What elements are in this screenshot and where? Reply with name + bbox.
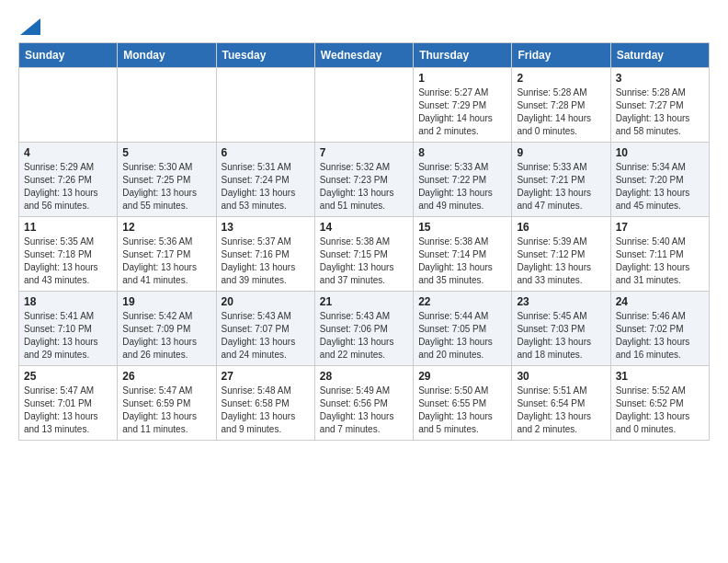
calendar-cell: 6Sunrise: 5:31 AM Sunset: 7:24 PM Daylig…: [216, 143, 314, 217]
day-number: 27: [222, 370, 310, 383]
day-number: 14: [320, 221, 408, 234]
day-number: 25: [24, 370, 112, 383]
day-number: 18: [24, 295, 112, 308]
calendar-cell: 5Sunrise: 5:30 AM Sunset: 7:25 PM Daylig…: [118, 143, 216, 217]
day-detail: Sunrise: 5:45 AM Sunset: 7:03 PM Dayligh…: [517, 310, 605, 362]
weekday-header-row: SundayMondayTuesdayWednesdayThursdayFrid…: [19, 43, 710, 68]
day-number: 12: [122, 221, 210, 234]
calendar-cell: 2Sunrise: 5:28 AM Sunset: 7:28 PM Daylig…: [512, 68, 610, 143]
calendar-week-4: 18Sunrise: 5:41 AM Sunset: 7:10 PM Dayli…: [19, 292, 710, 366]
day-number: 29: [418, 370, 506, 383]
day-detail: Sunrise: 5:37 AM Sunset: 7:16 PM Dayligh…: [222, 236, 310, 287]
calendar-cell: 16Sunrise: 5:39 AM Sunset: 7:12 PM Dayli…: [512, 217, 610, 292]
weekday-header-sunday: Sunday: [19, 43, 118, 68]
day-number: 19: [122, 295, 210, 308]
calendar-cell: 8Sunrise: 5:33 AM Sunset: 7:22 PM Daylig…: [414, 143, 512, 217]
day-detail: Sunrise: 5:36 AM Sunset: 7:17 PM Dayligh…: [122, 236, 210, 287]
calendar-cell: 27Sunrise: 5:48 AM Sunset: 6:58 PM Dayli…: [216, 366, 314, 441]
day-detail: Sunrise: 5:48 AM Sunset: 6:58 PM Dayligh…: [222, 385, 310, 436]
day-detail: Sunrise: 5:41 AM Sunset: 7:10 PM Dayligh…: [24, 310, 112, 362]
calendar-cell: 24Sunrise: 5:46 AM Sunset: 7:02 PM Dayli…: [610, 292, 709, 366]
day-detail: Sunrise: 5:31 AM Sunset: 7:24 PM Dayligh…: [222, 161, 310, 213]
day-number: 5: [122, 146, 210, 159]
calendar-cell: [216, 68, 314, 143]
calendar-cell: 3Sunrise: 5:28 AM Sunset: 7:27 PM Daylig…: [610, 68, 709, 143]
day-number: 7: [320, 146, 408, 159]
calendar-cell: 15Sunrise: 5:38 AM Sunset: 7:14 PM Dayli…: [414, 217, 512, 292]
weekday-header-saturday: Saturday: [610, 43, 709, 68]
day-number: 3: [616, 72, 704, 85]
calendar-cell: 23Sunrise: 5:45 AM Sunset: 7:03 PM Dayli…: [512, 292, 610, 366]
day-detail: Sunrise: 5:32 AM Sunset: 7:23 PM Dayligh…: [320, 161, 408, 213]
calendar-cell: 17Sunrise: 5:40 AM Sunset: 7:11 PM Dayli…: [610, 217, 709, 292]
logo: [18, 18, 40, 33]
calendar-cell: [118, 68, 216, 143]
day-detail: Sunrise: 5:33 AM Sunset: 7:22 PM Dayligh…: [418, 161, 506, 213]
day-detail: Sunrise: 5:51 AM Sunset: 6:54 PM Dayligh…: [517, 385, 605, 436]
day-detail: Sunrise: 5:34 AM Sunset: 7:20 PM Dayligh…: [616, 161, 704, 213]
calendar-cell: 12Sunrise: 5:36 AM Sunset: 7:17 PM Dayli…: [118, 217, 216, 292]
calendar-cell: 10Sunrise: 5:34 AM Sunset: 7:20 PM Dayli…: [610, 143, 709, 217]
calendar-week-3: 11Sunrise: 5:35 AM Sunset: 7:18 PM Dayli…: [19, 217, 710, 292]
day-number: 17: [616, 221, 704, 234]
calendar-body: 1Sunrise: 5:27 AM Sunset: 7:29 PM Daylig…: [19, 68, 710, 441]
day-number: 16: [517, 221, 605, 234]
calendar-cell: 26Sunrise: 5:47 AM Sunset: 6:59 PM Dayli…: [118, 366, 216, 441]
calendar-cell: 11Sunrise: 5:35 AM Sunset: 7:18 PM Dayli…: [19, 217, 118, 292]
day-number: 20: [222, 295, 310, 308]
calendar-cell: 29Sunrise: 5:50 AM Sunset: 6:55 PM Dayli…: [414, 366, 512, 441]
day-detail: Sunrise: 5:52 AM Sunset: 6:52 PM Dayligh…: [616, 385, 704, 436]
day-number: 13: [222, 221, 310, 234]
day-detail: Sunrise: 5:49 AM Sunset: 6:56 PM Dayligh…: [320, 385, 408, 436]
day-number: 28: [320, 370, 408, 383]
calendar-table: SundayMondayTuesdayWednesdayThursdayFrid…: [18, 42, 710, 441]
weekday-header-wednesday: Wednesday: [314, 43, 413, 68]
day-detail: Sunrise: 5:44 AM Sunset: 7:05 PM Dayligh…: [418, 310, 506, 362]
calendar-cell: 25Sunrise: 5:47 AM Sunset: 7:01 PM Dayli…: [19, 366, 118, 441]
weekday-header-friday: Friday: [512, 43, 610, 68]
day-number: 26: [122, 370, 210, 383]
day-number: 23: [517, 295, 605, 308]
calendar-cell: 21Sunrise: 5:43 AM Sunset: 7:06 PM Dayli…: [314, 292, 413, 366]
calendar-week-2: 4Sunrise: 5:29 AM Sunset: 7:26 PM Daylig…: [19, 143, 710, 217]
weekday-header-monday: Monday: [118, 43, 216, 68]
day-detail: Sunrise: 5:43 AM Sunset: 7:07 PM Dayligh…: [222, 310, 310, 362]
day-detail: Sunrise: 5:30 AM Sunset: 7:25 PM Dayligh…: [122, 161, 210, 213]
day-detail: Sunrise: 5:47 AM Sunset: 6:59 PM Dayligh…: [122, 385, 210, 436]
day-number: 9: [517, 146, 605, 159]
day-detail: Sunrise: 5:38 AM Sunset: 7:14 PM Dayligh…: [418, 236, 506, 287]
day-detail: Sunrise: 5:28 AM Sunset: 7:27 PM Dayligh…: [616, 86, 704, 138]
weekday-header-thursday: Thursday: [414, 43, 512, 68]
day-detail: Sunrise: 5:39 AM Sunset: 7:12 PM Dayligh…: [517, 236, 605, 287]
calendar-cell: 9Sunrise: 5:33 AM Sunset: 7:21 PM Daylig…: [512, 143, 610, 217]
day-detail: Sunrise: 5:33 AM Sunset: 7:21 PM Dayligh…: [517, 161, 605, 213]
day-detail: Sunrise: 5:43 AM Sunset: 7:06 PM Dayligh…: [320, 310, 408, 362]
page-header: [18, 18, 710, 33]
day-detail: Sunrise: 5:29 AM Sunset: 7:26 PM Dayligh…: [24, 161, 112, 213]
logo-icon: [20, 18, 40, 35]
calendar-week-1: 1Sunrise: 5:27 AM Sunset: 7:29 PM Daylig…: [19, 68, 710, 143]
calendar-cell: 1Sunrise: 5:27 AM Sunset: 7:29 PM Daylig…: [414, 68, 512, 143]
day-number: 31: [616, 370, 704, 383]
day-detail: Sunrise: 5:47 AM Sunset: 7:01 PM Dayligh…: [24, 385, 112, 436]
day-number: 1: [418, 72, 506, 85]
day-number: 21: [320, 295, 408, 308]
day-number: 24: [616, 295, 704, 308]
day-detail: Sunrise: 5:27 AM Sunset: 7:29 PM Dayligh…: [418, 86, 506, 138]
day-number: 22: [418, 295, 506, 308]
calendar-week-5: 25Sunrise: 5:47 AM Sunset: 7:01 PM Dayli…: [19, 366, 710, 441]
calendar-cell: 13Sunrise: 5:37 AM Sunset: 7:16 PM Dayli…: [216, 217, 314, 292]
calendar-cell: 14Sunrise: 5:38 AM Sunset: 7:15 PM Dayli…: [314, 217, 413, 292]
day-detail: Sunrise: 5:38 AM Sunset: 7:15 PM Dayligh…: [320, 236, 408, 287]
calendar-cell: 4Sunrise: 5:29 AM Sunset: 7:26 PM Daylig…: [19, 143, 118, 217]
day-number: 2: [517, 72, 605, 85]
svg-marker-0: [20, 18, 40, 35]
day-number: 6: [222, 146, 310, 159]
calendar-cell: 22Sunrise: 5:44 AM Sunset: 7:05 PM Dayli…: [414, 292, 512, 366]
day-number: 10: [616, 146, 704, 159]
day-detail: Sunrise: 5:40 AM Sunset: 7:11 PM Dayligh…: [616, 236, 704, 287]
day-detail: Sunrise: 5:28 AM Sunset: 7:28 PM Dayligh…: [517, 86, 605, 138]
day-number: 30: [517, 370, 605, 383]
day-number: 8: [418, 146, 506, 159]
day-detail: Sunrise: 5:46 AM Sunset: 7:02 PM Dayligh…: [616, 310, 704, 362]
